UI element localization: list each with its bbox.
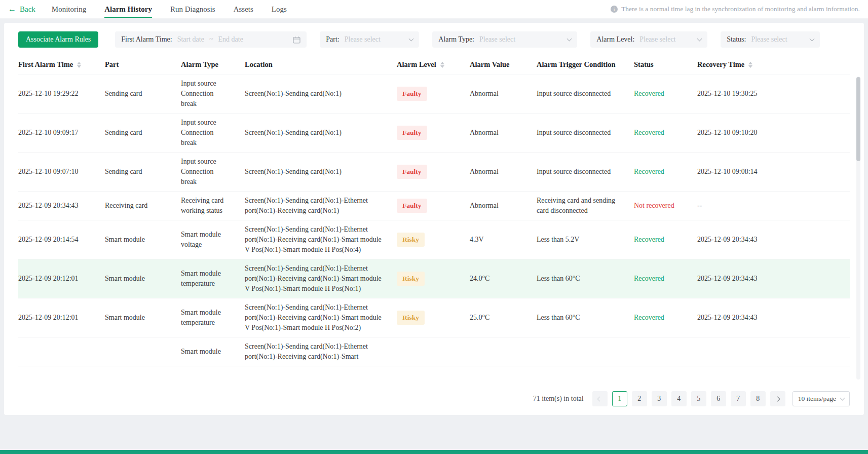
table-row[interactable]: 2025-12-09 20:12:01Smart moduleSmart mod… xyxy=(18,259,850,298)
cell-part: Sending card xyxy=(105,85,181,103)
table-row[interactable]: Smart moduleScreen(No:1)-Sending card(No… xyxy=(18,337,850,366)
status-text: Recovered xyxy=(634,90,664,97)
cell-trigger-condition: Less than 60°C xyxy=(537,270,634,288)
pagination-bar: 71 item(s) in total 12345678 10 items/pa… xyxy=(18,383,850,415)
cell-alarm-level: Risky xyxy=(397,229,470,251)
column-label: Location xyxy=(245,60,273,69)
cell-recovery-time xyxy=(697,348,850,356)
cell-trigger-condition: Receiving card and sending card disconne… xyxy=(537,192,634,220)
first-alarm-time-filter[interactable]: First Alarm Time: Start date ~ End date xyxy=(115,31,307,48)
nav-right: i There is a normal time lag in the sync… xyxy=(611,5,860,13)
status-select[interactable]: Please select xyxy=(751,35,804,44)
cell-recovery-time: -- xyxy=(697,197,850,215)
back-arrow-icon: ← xyxy=(8,5,16,13)
cell-alarm-level: Faulty xyxy=(397,122,470,144)
cell-alarm-value: 4.3V xyxy=(470,231,537,249)
status-filter[interactable]: Status: Please select xyxy=(721,31,820,48)
alarm-level-badge: Faulty xyxy=(397,87,427,101)
part-filter[interactable]: Part: Please select xyxy=(320,31,419,48)
cell-first-alarm-time: 2025-12-09 20:14:54 xyxy=(18,231,105,249)
cell-part: Sending card xyxy=(105,163,181,181)
cell-alarm-type: Smart module temperature xyxy=(181,304,245,332)
start-date-input[interactable]: Start date xyxy=(177,35,204,44)
prev-page-button[interactable] xyxy=(592,391,608,406)
page-button-8[interactable]: 8 xyxy=(750,391,766,406)
tab-alarm-history[interactable]: Alarm History xyxy=(104,0,152,18)
column-label: Recovery Time xyxy=(697,60,744,69)
alarm-level-filter[interactable]: Alarm Level: Please select xyxy=(590,31,707,48)
table-row[interactable]: 2025-12-09 20:14:54Smart moduleSmart mod… xyxy=(18,220,850,259)
column-header-alarm-level[interactable]: Alarm Level xyxy=(397,55,470,74)
column-label: Alarm Trigger Condition xyxy=(537,60,615,69)
table-row[interactable]: 2025-12-10 09:07:10Sending cardInput sou… xyxy=(18,153,850,192)
cell-alarm-type: Smart module xyxy=(181,343,245,361)
table-row[interactable]: 2025-12-10 09:09:17Sending cardInput sou… xyxy=(18,114,850,153)
page-button-5[interactable]: 5 xyxy=(691,391,706,406)
next-page-button[interactable] xyxy=(770,391,785,406)
back-button[interactable]: ← Back xyxy=(8,5,35,14)
tab-assets[interactable]: Assets xyxy=(234,0,253,18)
column-label: Part xyxy=(105,60,119,69)
cell-location: Screen(No:1)-Sending card(No:1) xyxy=(245,124,397,142)
page-button-7[interactable]: 7 xyxy=(731,391,746,406)
alarm-level-badge: Faulty xyxy=(397,165,427,179)
alarm-table-body: 2025-12-10 19:29:22Sending cardInput sou… xyxy=(18,74,850,383)
bottom-accent-bar xyxy=(0,450,868,454)
cell-first-alarm-time: 2025-12-10 09:07:10 xyxy=(18,163,105,181)
alarm-level-badge: Faulty xyxy=(397,126,427,140)
table-row[interactable]: 2025-12-09 20:34:43Receiving cardReceivi… xyxy=(18,192,850,220)
alarm-level-select[interactable]: Please select xyxy=(639,35,692,44)
alarm-type-filter-label: Alarm Type: xyxy=(438,35,474,44)
page-button-1[interactable]: 1 xyxy=(612,391,627,406)
page-button-6[interactable]: 6 xyxy=(711,391,726,406)
sort-icon[interactable] xyxy=(77,62,81,68)
page-button-3[interactable]: 3 xyxy=(652,391,667,406)
cell-alarm-type: Input source Connection break xyxy=(181,74,245,113)
cell-status: Recovered xyxy=(634,309,697,327)
cell-status: Recovered xyxy=(634,270,697,288)
cell-trigger-condition: Input source disconnected xyxy=(537,124,634,142)
column-header-recovery-time[interactable]: Recovery Time xyxy=(697,55,850,74)
alarm-level-badge: Risky xyxy=(397,233,425,247)
chevron-down-icon xyxy=(840,395,845,400)
page-button-2[interactable]: 2 xyxy=(632,391,647,406)
sort-icon[interactable] xyxy=(748,62,752,68)
tab-monitoring[interactable]: Monitoring xyxy=(52,0,86,18)
column-label: First Alarm Time xyxy=(18,60,73,69)
column-label: Status xyxy=(634,60,654,69)
cell-alarm-type: Receiving card working status xyxy=(181,192,245,220)
alarm-type-select[interactable]: Please select xyxy=(479,35,561,44)
column-label: Alarm Level xyxy=(397,60,436,69)
scrollbar-thumb[interactable] xyxy=(856,77,860,161)
associate-alarm-rules-button[interactable]: Associate Alarm Rules xyxy=(18,31,98,48)
page-button-4[interactable]: 4 xyxy=(671,391,687,406)
info-icon: i xyxy=(611,6,618,13)
column-header-alarm-value: Alarm Value xyxy=(470,55,537,74)
tab-logs[interactable]: Logs xyxy=(272,0,287,18)
alarm-level-badge: Risky xyxy=(397,272,425,286)
table-row[interactable]: 2025-12-10 19:29:22Sending cardInput sou… xyxy=(18,74,850,114)
column-header-alarm-trigger-condition: Alarm Trigger Condition xyxy=(537,55,634,74)
cell-part: Sending card xyxy=(105,124,181,142)
column-header-first-alarm-time[interactable]: First Alarm Time xyxy=(18,55,105,74)
vertical-scrollbar[interactable] xyxy=(856,77,860,380)
end-date-input[interactable]: End date xyxy=(218,35,287,44)
page-size-value: 10 items/page xyxy=(798,395,836,403)
cell-trigger-condition xyxy=(537,348,634,356)
cell-recovery-time: 2025-12-09 20:34:43 xyxy=(697,270,850,288)
chevron-down-icon xyxy=(697,36,702,41)
cell-trigger-condition: Less than 60°C xyxy=(537,309,634,327)
cell-alarm-type: Input source Connection break xyxy=(181,114,245,152)
cell-first-alarm-time: 2025-12-10 19:29:22 xyxy=(18,85,105,103)
page-size-select[interactable]: 10 items/page xyxy=(792,391,850,406)
table-row[interactable]: 2025-12-09 20:12:01Smart moduleSmart mod… xyxy=(18,298,850,337)
alarm-type-filter[interactable]: Alarm Type: Please select xyxy=(432,31,577,48)
status-text: Recovered xyxy=(634,129,664,136)
part-select[interactable]: Please select xyxy=(345,35,404,44)
sync-notice: There is a normal time lag in the synchr… xyxy=(621,5,860,13)
calendar-icon xyxy=(293,36,300,44)
sort-icon[interactable] xyxy=(440,62,444,68)
date-range-separator: ~ xyxy=(209,35,213,44)
cell-alarm-level: Faulty xyxy=(397,195,470,217)
tab-run-diagnosis[interactable]: Run Diagnosis xyxy=(170,0,215,18)
